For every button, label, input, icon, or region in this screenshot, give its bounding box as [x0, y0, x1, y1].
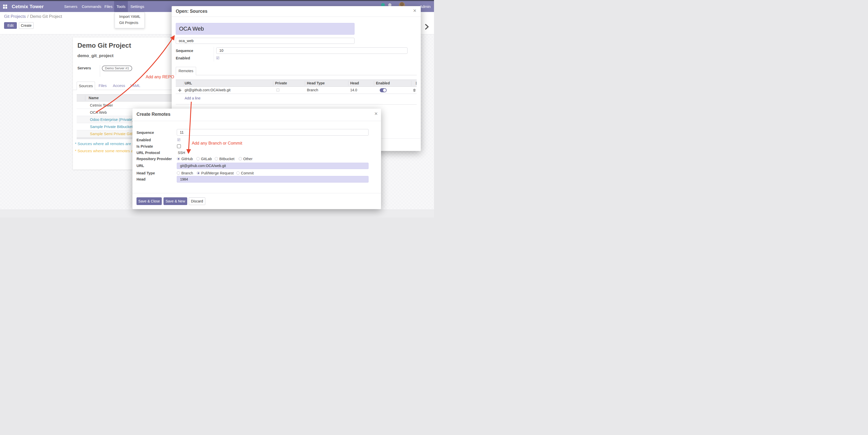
radio-pull-merge-request-label[interactable]: Pull/Merge Request — [201, 171, 234, 175]
column-name: Name — [89, 95, 99, 101]
create-remotes-modal: Create Remotes × Sequence Enabled Is Pri… — [132, 109, 381, 209]
nav-item-settings[interactable]: Settings — [130, 1, 144, 12]
column-divider — [184, 81, 184, 86]
create-button[interactable]: Create — [19, 22, 34, 29]
repository-provider-label: Repository Provider — [136, 157, 172, 161]
pager-next-button[interactable] — [423, 23, 430, 31]
server-tag[interactable]: Demo Server #1 — [102, 65, 132, 71]
tab-remotes[interactable]: Remotes — [176, 67, 196, 75]
nav-item-files[interactable]: Files — [104, 1, 113, 12]
radio-gitlab-label[interactable]: GitLab — [201, 157, 212, 161]
close-icon[interactable]: × — [413, 8, 416, 13]
url-label: URL — [136, 164, 144, 168]
save-new-button[interactable]: Save & New — [163, 197, 187, 205]
radio-bitbucket-label[interactable]: Bitbucket — [219, 157, 235, 161]
remote-url-cell: git@github.com:OCA/web.git — [185, 87, 230, 94]
sequence-input[interactable]: 10 — [216, 48, 407, 54]
radio-bitbucket[interactable] — [215, 157, 218, 161]
sequence-label: Sequence — [136, 130, 154, 135]
radio-commit-label[interactable]: Commit — [241, 171, 254, 175]
nav-item-servers[interactable]: Servers — [64, 1, 78, 12]
breadcrumb-parent-link[interactable]: Git Projects — [4, 14, 26, 19]
chevron-right-icon — [423, 23, 430, 31]
servers-label: Servers — [78, 66, 91, 70]
enabled-checkbox[interactable]: ✓ — [216, 56, 219, 59]
is-private-label: Is Private — [136, 144, 153, 148]
tab-yaml[interactable]: YAML — [130, 82, 140, 90]
menu-item-import-yaml[interactable]: Import YAML — [119, 14, 140, 19]
modal-title: Open: Sources — [176, 9, 207, 14]
enabled-checkbox[interactable]: ✓ — [177, 138, 180, 141]
url-input[interactable]: git@github.com:OCA/web.git — [177, 163, 369, 169]
radio-branch[interactable] — [177, 171, 180, 175]
field-separator — [100, 65, 100, 77]
radio-commit[interactable] — [236, 171, 240, 175]
head-type-cell: Branch — [307, 87, 318, 94]
breadcrumb: Git Projects/Demo Git Project — [4, 14, 62, 19]
url-protocol-value: SSH — [178, 151, 185, 155]
tab-baseline — [176, 75, 417, 75]
column-head: Head — [350, 80, 359, 86]
field-separator — [214, 47, 214, 61]
footnote-semi-private: * Sources where some remotes are — [75, 149, 137, 153]
menu-item-git-projects[interactable]: Git Projects — [119, 21, 138, 25]
tab-access[interactable]: Access — [113, 82, 125, 90]
footnote-private: * Sources where all remotes are pri — [75, 142, 136, 146]
sequence-input[interactable]: 11 — [177, 129, 369, 136]
enabled-toggle[interactable] — [380, 88, 386, 92]
apps-grid-icon[interactable] — [3, 5, 7, 9]
radio-branch-label[interactable]: Branch — [181, 171, 193, 175]
close-icon[interactable]: × — [374, 111, 378, 116]
radio-other[interactable] — [239, 157, 242, 161]
radio-other-label[interactable]: Other — [243, 157, 252, 161]
divider — [132, 121, 381, 121]
column-head-type: Head Type — [307, 80, 325, 86]
column-divider — [411, 81, 411, 86]
divider — [172, 17, 421, 17]
bottom-band — [0, 210, 434, 218]
source-name-input[interactable]: OCA Web — [176, 23, 354, 35]
drag-handle-icon[interactable] — [178, 88, 182, 92]
project-title: Demo Git Project — [78, 41, 131, 50]
user-menu[interactable]: Admin — [420, 1, 431, 12]
options-kebab-icon[interactable]: ⋮ — [414, 80, 418, 86]
modal-title: Create Remotes — [136, 112, 170, 117]
radio-github-label[interactable]: GitHub — [181, 157, 193, 161]
column-enabled: Enabled — [376, 80, 390, 86]
radio-github[interactable] — [177, 157, 180, 161]
column-divider — [273, 81, 273, 86]
add-a-line-link[interactable]: Add a line — [185, 96, 200, 100]
edit-button[interactable]: Edit — [4, 22, 17, 29]
list-bottom-border — [176, 104, 417, 105]
enabled-label: Enabled — [136, 138, 151, 142]
column-divider — [305, 81, 305, 86]
discard-button[interactable]: Discard — [189, 197, 205, 205]
nav-item-tools[interactable]: Tools — [114, 1, 128, 12]
remote-row[interactable]: git@github.com:OCA/web.git Branch 14.0 — [176, 87, 417, 94]
tab-files[interactable]: Files — [99, 82, 107, 90]
source-code-input[interactable]: oca_web — [176, 38, 354, 44]
column-private: Private — [275, 80, 287, 86]
remotes-grid-header: URL Private Head Type Head Enabled ⋮ — [176, 80, 417, 87]
tab-sources[interactable]: Sources — [77, 82, 95, 90]
tools-dropdown-menu: Import YAML Git Projects — [115, 12, 145, 28]
brand-title[interactable]: Cetmix Tower — [12, 1, 44, 12]
footer-divider — [132, 193, 381, 193]
private-checkbox[interactable] — [276, 88, 279, 91]
screen: Cetmix Tower Servers Commands Files Tool… — [0, 0, 434, 218]
head-input[interactable]: 1984 — [177, 176, 369, 182]
url-protocol-label: URL Protocol — [136, 151, 160, 155]
column-divider — [85, 96, 85, 101]
breadcrumb-separator: / — [26, 14, 30, 19]
save-close-button[interactable]: Save & Close — [136, 197, 162, 205]
project-code: demo_git_project — [78, 53, 114, 58]
enabled-label: Enabled — [176, 56, 190, 60]
column-divider — [348, 81, 348, 86]
radio-gitlab[interactable] — [196, 157, 200, 161]
is-private-checkbox[interactable] — [177, 144, 181, 148]
radio-pull-merge-request[interactable] — [197, 171, 200, 175]
nav-item-commands[interactable]: Commands — [82, 1, 101, 12]
trash-icon[interactable] — [413, 88, 416, 92]
column-url: URL — [185, 80, 192, 86]
toggle-knob — [383, 89, 386, 92]
